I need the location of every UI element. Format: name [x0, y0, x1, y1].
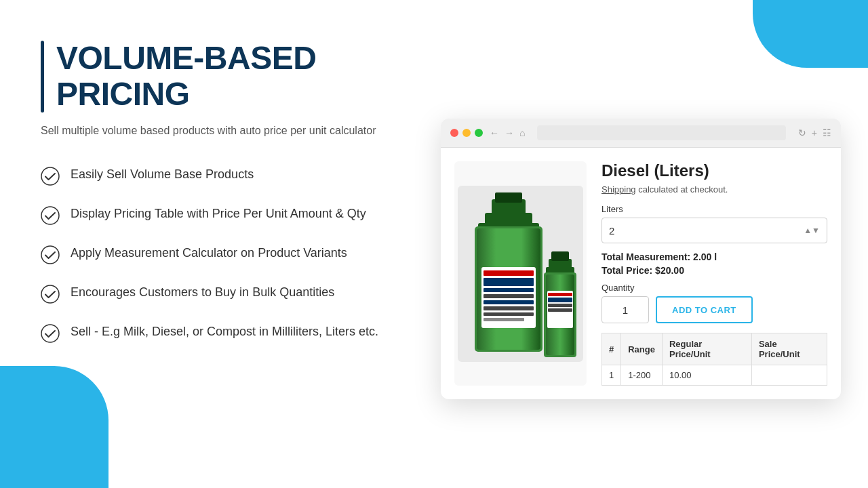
feature-item-1: Easily Sell Volume Base Products [41, 165, 380, 186]
title-bar [41, 41, 44, 113]
liters-select[interactable]: 2 ▲▼ [601, 218, 827, 243]
svg-rect-19 [484, 312, 534, 316]
menu-icon[interactable]: ☷ [823, 127, 831, 138]
shipping-line: Shipping calculated at checkout. [601, 184, 827, 195]
browser-nav: ← → ⌂ [490, 127, 525, 138]
svg-point-3 [41, 285, 59, 303]
liters-label: Liters [601, 204, 827, 214]
svg-rect-23 [551, 251, 569, 261]
total-price: Total Price: $20.00 [601, 265, 827, 276]
svg-rect-16 [484, 294, 534, 298]
table-row: 1 1-200 10.00 [602, 365, 827, 386]
shipping-text: calculated at checkout. [638, 184, 728, 195]
feature-text-4: Encourages Customers to Buy in Bulk Quan… [71, 283, 334, 301]
product-image-area [454, 161, 587, 386]
quantity-label: Quantity [601, 283, 827, 293]
shipping-link[interactable]: Shipping [601, 184, 636, 195]
product-details: Diesel (Liters) Shipping calculated at c… [587, 161, 827, 386]
feature-item-2: Display Pricing Table with Price Per Uni… [41, 205, 380, 225]
feature-text-1: Easily Sell Volume Base Products [71, 165, 254, 183]
svg-rect-9 [495, 192, 522, 203]
svg-rect-17 [484, 300, 534, 304]
svg-point-2 [41, 246, 59, 264]
left-panel: Volume-Based Pricing Sell multiple volum… [0, 0, 414, 488]
svg-rect-30 [548, 308, 572, 312]
main-title: Volume-Based Pricing [56, 41, 380, 113]
svg-rect-28 [548, 298, 572, 302]
svg-rect-29 [548, 304, 572, 307]
product-title: Diesel (Liters) [601, 161, 827, 180]
table-cell-num: 1 [602, 365, 621, 386]
svg-rect-27 [548, 293, 572, 296]
check-icon-2 [41, 206, 60, 225]
total-measurement: Total Measurement: 2.00 l [601, 251, 827, 262]
subtitle: Sell multiple volume based products with… [41, 125, 380, 137]
svg-point-4 [41, 325, 59, 342]
liters-value: 2 [609, 225, 614, 237]
feature-item-3: Apply Measurement Calculator on Product … [41, 244, 380, 264]
dot-yellow[interactable] [462, 129, 471, 137]
svg-rect-20 [484, 318, 524, 321]
quantity-value: 1 [623, 304, 628, 316]
check-icon-4 [41, 285, 60, 304]
nav-home[interactable]: ⌂ [519, 127, 525, 138]
quantity-input[interactable]: 1 [601, 296, 649, 323]
features-list: Easily Sell Volume Base Products Display… [41, 165, 380, 343]
table-cell-sale [751, 365, 827, 386]
check-icon-3 [41, 245, 60, 264]
browser-bar: ← → ⌂ ↻ + ☷ [441, 119, 841, 148]
add-tab-icon[interactable]: + [812, 127, 817, 138]
svg-point-0 [41, 167, 59, 185]
feature-item-4: Encourages Customers to Buy in Bulk Quan… [41, 283, 380, 304]
table-header-range: Range [621, 333, 663, 365]
table-header-sale: Sale Price/Unit [751, 333, 827, 365]
feature-item-5: Sell - E.g Milk, Diesel, or Compost in M… [41, 323, 380, 343]
table-header-num: # [602, 333, 621, 365]
svg-rect-18 [484, 306, 534, 310]
browser-search-bar[interactable] [537, 125, 785, 140]
browser-window: ← → ⌂ ↻ + ☷ [441, 119, 841, 399]
refresh-icon[interactable]: ↻ [798, 127, 806, 138]
table-header-row: # Range Regular Price/Unit Sale Price/Un… [602, 333, 827, 365]
table-header-regular: Regular Price/Unit [662, 333, 751, 365]
svg-point-1 [41, 207, 59, 224]
dot-red[interactable] [450, 129, 458, 137]
right-panel: ← → ⌂ ↻ + ☷ [441, 119, 841, 399]
blob-top-right [753, 0, 868, 68]
browser-dots [450, 129, 483, 137]
feature-text-2: Display Pricing Table with Price Per Uni… [71, 205, 366, 222]
feature-text-3: Apply Measurement Calculator on Product … [71, 244, 347, 262]
nav-back[interactable]: ← [490, 127, 499, 138]
check-icon-5 [41, 324, 60, 343]
svg-rect-15 [484, 288, 534, 292]
nav-forward[interactable]: → [505, 127, 514, 138]
quantity-row: 1 ADD TO CART [601, 296, 827, 323]
svg-rect-14 [484, 278, 534, 286]
check-icon-1 [41, 167, 60, 186]
dot-green[interactable] [475, 129, 483, 137]
title-block: Volume-Based Pricing [41, 41, 380, 113]
browser-actions: ↻ + ☷ [798, 127, 831, 138]
table-cell-range: 1-200 [621, 365, 663, 386]
add-to-cart-button[interactable]: ADD TO CART [656, 296, 753, 323]
select-arrow-icon: ▲▼ [804, 226, 820, 235]
feature-text-5: Sell - E.g Milk, Diesel, or Compost in M… [71, 323, 378, 340]
product-page: Diesel (Liters) Shipping calculated at c… [441, 148, 841, 399]
product-image-svg [458, 186, 583, 362]
svg-rect-13 [484, 270, 534, 276]
pricing-table: # Range Regular Price/Unit Sale Price/Un… [601, 333, 827, 386]
table-cell-regular: 10.00 [662, 365, 751, 386]
